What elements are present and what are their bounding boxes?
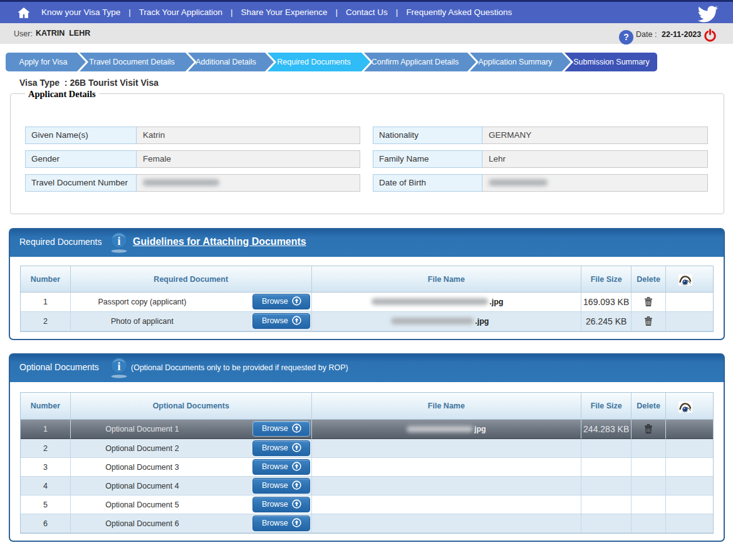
svg-text:i: i <box>117 360 120 373</box>
svg-text:i: i <box>117 235 120 247</box>
